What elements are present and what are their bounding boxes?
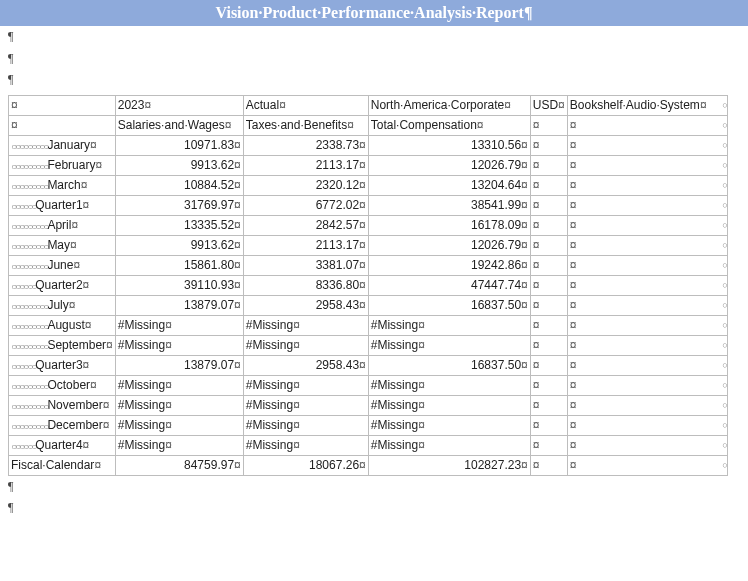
table-row: Quarter131769.976772.0238541.99○ — [9, 195, 728, 215]
data-cell: 38541.99 — [368, 195, 530, 215]
header-cell: Total·Compensation — [368, 115, 530, 135]
data-cell: #Missing — [368, 375, 530, 395]
table-row: January10971.832338.7313310.56○ — [9, 135, 728, 155]
data-cell: 16837.50 — [368, 295, 530, 315]
data-cell: #Missing — [368, 435, 530, 455]
table-row: November#Missing#Missing#Missing○ — [9, 395, 728, 415]
row-label: May — [9, 235, 116, 255]
header-cell — [9, 95, 116, 115]
header-cell: USD — [530, 95, 567, 115]
header-row-0: 2023ActualNorth·America·CorporateUSDBook… — [9, 95, 728, 115]
empty-cell: ○ — [567, 295, 727, 315]
empty-cell: ○ — [567, 355, 727, 375]
header-cell: North·America·Corporate — [368, 95, 530, 115]
data-cell: #Missing — [243, 395, 368, 415]
data-cell: #Missing — [115, 315, 243, 335]
table-row: June15861.803381.0719242.86○ — [9, 255, 728, 275]
data-cell: 9913.62 — [115, 155, 243, 175]
row-label: February — [9, 155, 116, 175]
row-label: September — [9, 335, 116, 355]
report-title: Vision·Product·Performance·Analysis·Repo… — [0, 0, 748, 26]
data-cell: #Missing — [243, 435, 368, 455]
data-cell: 102827.23 — [368, 455, 530, 475]
header-cell: Salaries·and·Wages — [115, 115, 243, 135]
header-cell: ○ — [567, 115, 727, 135]
row-label: Quarter2 — [9, 275, 116, 295]
data-cell: #Missing — [368, 315, 530, 335]
header-cell — [530, 115, 567, 135]
empty-cell — [530, 335, 567, 355]
table-row: Quarter4#Missing#Missing#Missing○ — [9, 435, 728, 455]
row-label: March — [9, 175, 116, 195]
row-label: Quarter1 — [9, 195, 116, 215]
data-cell: 16837.50 — [368, 355, 530, 375]
data-cell: 13204.64 — [368, 175, 530, 195]
data-cell: 84759.97 — [115, 455, 243, 475]
data-cell: #Missing — [243, 315, 368, 335]
empty-cell — [530, 435, 567, 455]
empty-cell: ○ — [567, 215, 727, 235]
data-cell: 31769.97 — [115, 195, 243, 215]
empty-cell: ○ — [567, 275, 727, 295]
empty-cell: ○ — [567, 435, 727, 455]
empty-cell: ○ — [567, 395, 727, 415]
paragraph-mark: ¶ — [0, 69, 748, 91]
empty-cell — [530, 355, 567, 375]
data-cell: 19242.86 — [368, 255, 530, 275]
header-cell: 2023 — [115, 95, 243, 115]
table-row: Quarter239110.938336.8047447.74○ — [9, 275, 728, 295]
data-cell: #Missing — [115, 335, 243, 355]
row-label: July — [9, 295, 116, 315]
data-cell: #Missing — [243, 415, 368, 435]
empty-cell — [530, 235, 567, 255]
header-row-1: Salaries·and·WagesTaxes·and·BenefitsTota… — [9, 115, 728, 135]
data-cell: #Missing — [368, 395, 530, 415]
table-row: February9913.622113.1712026.79○ — [9, 155, 728, 175]
paragraph-mark: ¶ — [0, 476, 748, 498]
data-table: 2023ActualNorth·America·CorporateUSDBook… — [8, 95, 728, 476]
header-cell: Bookshelf·Audio·System○ — [567, 95, 727, 115]
data-cell: 2113.17 — [243, 235, 368, 255]
data-cell: #Missing — [368, 415, 530, 435]
data-cell: #Missing — [115, 395, 243, 415]
empty-cell — [530, 295, 567, 315]
header-cell: Actual — [243, 95, 368, 115]
data-cell: #Missing — [368, 335, 530, 355]
data-cell: 2842.57 — [243, 215, 368, 235]
row-label: Quarter3 — [9, 355, 116, 375]
empty-cell — [530, 415, 567, 435]
empty-cell: ○ — [567, 415, 727, 435]
paragraph-mark: ¶ — [0, 26, 748, 48]
data-cell: 2338.73 — [243, 135, 368, 155]
data-cell: #Missing — [243, 335, 368, 355]
table-row: October#Missing#Missing#Missing○ — [9, 375, 728, 395]
empty-cell: ○ — [567, 455, 727, 475]
data-cell: 39110.93 — [115, 275, 243, 295]
row-label: Quarter4 — [9, 435, 116, 455]
empty-cell: ○ — [567, 195, 727, 215]
data-cell: 47447.74 — [368, 275, 530, 295]
data-cell: 3381.07 — [243, 255, 368, 275]
data-cell: #Missing — [115, 435, 243, 455]
row-label: November — [9, 395, 116, 415]
empty-cell — [530, 395, 567, 415]
empty-cell: ○ — [567, 135, 727, 155]
data-cell: 12026.79 — [368, 235, 530, 255]
empty-cell — [530, 215, 567, 235]
empty-cell — [530, 275, 567, 295]
row-label: January — [9, 135, 116, 155]
empty-cell — [530, 315, 567, 335]
data-cell: 15861.80 — [115, 255, 243, 275]
row-label: December — [9, 415, 116, 435]
table-row: September#Missing#Missing#Missing○ — [9, 335, 728, 355]
data-cell: 2958.43 — [243, 295, 368, 315]
data-cell: 10971.83 — [115, 135, 243, 155]
table-row: April13335.522842.5716178.09○ — [9, 215, 728, 235]
table-row: Fiscal·Calendar84759.9718067.26102827.23… — [9, 455, 728, 475]
empty-cell: ○ — [567, 175, 727, 195]
data-cell: 18067.26 — [243, 455, 368, 475]
data-cell: 9913.62 — [115, 235, 243, 255]
data-cell: 16178.09 — [368, 215, 530, 235]
table-row: July13879.072958.4316837.50○ — [9, 295, 728, 315]
data-cell: 10884.52 — [115, 175, 243, 195]
